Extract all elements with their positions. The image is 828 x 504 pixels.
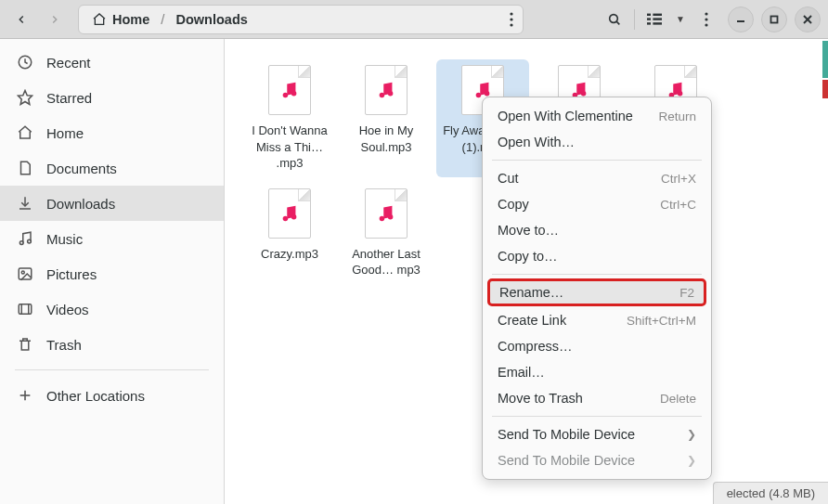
- svg-point-33: [388, 91, 394, 97]
- svg-point-24: [21, 271, 24, 274]
- svg-point-40: [283, 215, 289, 221]
- svg-point-1: [510, 18, 512, 20]
- ctx-label: Send To Mobile Device: [498, 453, 635, 468]
- pictures-icon: [17, 265, 33, 282]
- sidebar-item-other-locations[interactable]: Other Locations: [0, 378, 224, 413]
- ctx-create-link[interactable]: Create Link Shift+Ctrl+M: [483, 307, 711, 333]
- svg-point-35: [485, 91, 490, 97]
- ctx-open-with[interactable]: Open With…: [483, 129, 711, 155]
- ctx-move-to-trash[interactable]: Move to Trash Delete: [483, 385, 711, 411]
- ctx-label: Cut: [498, 171, 519, 186]
- svg-point-42: [380, 215, 385, 221]
- svg-point-0: [510, 12, 512, 15]
- svg-point-11: [705, 12, 707, 15]
- svg-point-2: [510, 23, 512, 26]
- ctx-label: Rename…: [499, 285, 563, 300]
- ctx-send-to-mobile-2[interactable]: Send To Mobile Device ❯: [483, 447, 711, 473]
- ctx-copy[interactable]: Copy Ctrl+C: [483, 191, 711, 217]
- sidebar-item-recent[interactable]: Recent: [0, 45, 224, 80]
- sidebar-item-label: Home: [46, 125, 84, 141]
- minimize-button[interactable]: [728, 6, 754, 32]
- search-button[interactable]: [601, 6, 628, 33]
- view-mode-button[interactable]: [640, 6, 668, 33]
- file-item[interactable]: Crazy.mp3: [243, 183, 336, 284]
- svg-point-32: [380, 93, 385, 98]
- hamburger-menu-button[interactable]: [692, 6, 720, 33]
- svg-point-39: [678, 91, 683, 97]
- sidebar-item-documents[interactable]: Documents: [0, 150, 224, 186]
- view-dropdown-icon[interactable]: ▼: [670, 14, 691, 24]
- ctx-compress[interactable]: Compress…: [483, 333, 711, 359]
- svg-point-41: [291, 214, 297, 220]
- ctx-accel: F2: [679, 286, 694, 300]
- ctx-accel: Return: [658, 110, 696, 123]
- svg-rect-23: [19, 268, 32, 279]
- header-right: ▼: [601, 6, 821, 33]
- sidebar-item-music[interactable]: Music: [0, 221, 224, 256]
- sidebar-item-label: Other Locations: [46, 388, 145, 404]
- videos-icon: [17, 301, 33, 317]
- svg-point-13: [705, 23, 707, 26]
- ctx-label: Open With Clementine: [498, 109, 633, 123]
- path-separator: /: [159, 11, 166, 27]
- ctx-accel: Shift+Ctrl+M: [627, 314, 696, 328]
- sidebar-item-label: Pictures: [46, 266, 97, 282]
- ctx-label: Compress…: [498, 339, 573, 354]
- file-item[interactable]: Hoe in My Soul.mp3: [340, 59, 433, 177]
- music-icon: [17, 230, 33, 247]
- svg-rect-6: [653, 13, 662, 15]
- sidebar-item-trash[interactable]: Trash: [0, 327, 224, 362]
- back-button[interactable]: [7, 6, 35, 33]
- ctx-rename[interactable]: Rename… F2: [488, 279, 705, 305]
- path-home[interactable]: Home: [83, 6, 159, 32]
- sidebar-item-home[interactable]: Home: [0, 115, 224, 150]
- ctx-separator: [492, 160, 702, 161]
- ctx-move-to[interactable]: Move to…: [483, 217, 711, 243]
- ctx-open-with-app[interactable]: Open With Clementine Return: [483, 103, 711, 129]
- ctx-accel: Delete: [660, 392, 696, 406]
- file-name: Another Last Good… mp3: [342, 246, 431, 278]
- ctx-accel: Ctrl+X: [661, 172, 696, 186]
- sidebar-item-downloads[interactable]: Downloads: [0, 186, 224, 221]
- ctx-cut[interactable]: Cut Ctrl+X: [483, 165, 711, 191]
- home-icon: [17, 124, 33, 141]
- file-name: I Don't Wanna Miss a Thi… .mp3: [245, 123, 334, 172]
- sidebar-item-label: Trash: [46, 337, 82, 353]
- sidebar-separator: [15, 369, 209, 370]
- svg-rect-5: [647, 13, 651, 15]
- maximize-button[interactable]: [761, 6, 787, 32]
- sidebar-item-starred[interactable]: Starred: [0, 80, 224, 115]
- close-button[interactable]: [795, 6, 821, 32]
- audio-file-icon: [365, 65, 408, 115]
- documents-icon: [17, 160, 33, 176]
- file-item[interactable]: Another Last Good… mp3: [340, 183, 433, 284]
- ctx-label: Send To Mobile Device: [498, 427, 635, 442]
- ctx-separator: [492, 274, 702, 275]
- svg-marker-19: [19, 91, 32, 105]
- file-item[interactable]: I Don't Wanna Miss a Thi… .mp3: [243, 59, 336, 177]
- ctx-copy-to[interactable]: Copy to…: [483, 243, 711, 269]
- star-icon: [17, 89, 33, 106]
- ctx-label: Copy to…: [498, 249, 557, 264]
- path-current[interactable]: Downloads: [166, 6, 256, 32]
- svg-rect-8: [653, 18, 662, 19]
- sidebar-item-label: Recent: [46, 55, 91, 71]
- svg-rect-9: [647, 22, 651, 24]
- chevron-right-icon: ❯: [687, 454, 696, 467]
- plus-icon: [17, 387, 33, 404]
- chevron-right-icon: ❯: [687, 428, 696, 441]
- ctx-send-to-mobile[interactable]: Send To Mobile Device ❯: [483, 421, 711, 447]
- ctx-accel: Ctrl+C: [660, 198, 696, 212]
- ctx-email[interactable]: Email…: [483, 359, 711, 385]
- trash-icon: [17, 336, 33, 353]
- sidebar-item-pictures[interactable]: Pictures: [0, 256, 224, 291]
- sidebar-item-videos[interactable]: Videos: [0, 291, 224, 327]
- ctx-label: Move to Trash: [498, 391, 583, 406]
- context-menu: Open With Clementine Return Open With… C…: [482, 97, 712, 480]
- forward-button[interactable]: [41, 6, 69, 33]
- path-more-icon[interactable]: [510, 12, 513, 27]
- file-name: Hoe in My Soul.mp3: [342, 123, 431, 155]
- ctx-label: Copy: [498, 197, 529, 212]
- audio-file-icon: [268, 65, 311, 115]
- downloads-icon: [17, 195, 33, 212]
